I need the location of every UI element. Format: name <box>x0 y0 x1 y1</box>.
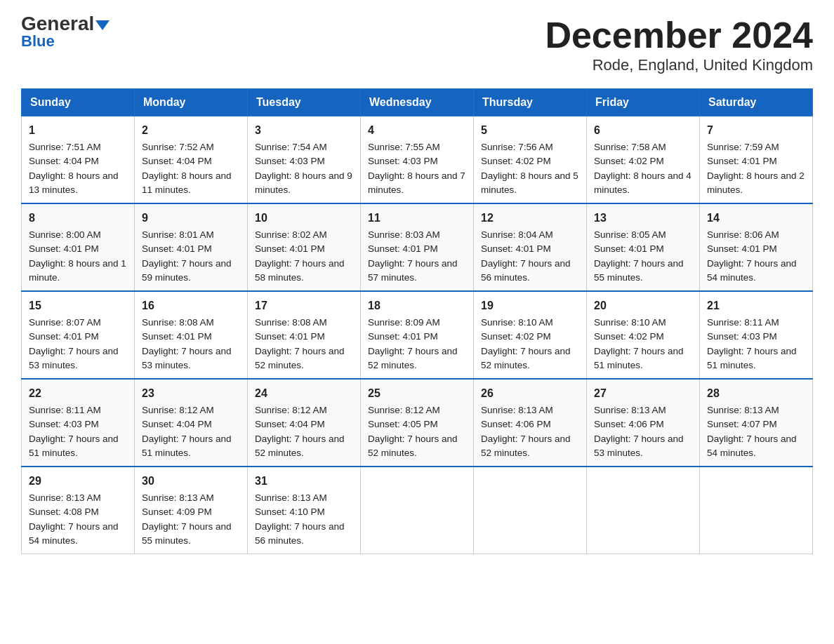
day-number: 9 <box>142 210 240 227</box>
daylight-text: Daylight: 7 hours and 54 minutes. <box>707 434 797 458</box>
calendar-cell: 6Sunrise: 7:58 AMSunset: 4:02 PMDaylight… <box>587 116 700 204</box>
calendar-cell: 9Sunrise: 8:01 AMSunset: 4:01 PMDaylight… <box>135 203 248 291</box>
calendar-cell <box>700 467 813 554</box>
sunrise-text: Sunrise: 7:51 AM <box>29 142 101 152</box>
calendar-cell: 17Sunrise: 8:08 AMSunset: 4:01 PMDayligh… <box>248 291 361 379</box>
sunset-text: Sunset: 4:01 PM <box>707 243 777 254</box>
day-number: 7 <box>707 122 805 139</box>
day-number: 21 <box>707 297 805 314</box>
day-number: 18 <box>368 297 466 314</box>
sunset-text: Sunset: 4:05 PM <box>368 419 438 429</box>
calendar-cell: 3Sunrise: 7:54 AMSunset: 4:03 PMDaylight… <box>248 116 361 204</box>
day-number: 29 <box>29 473 127 490</box>
sunset-text: Sunset: 4:09 PM <box>142 507 212 517</box>
day-number: 17 <box>255 297 353 314</box>
sunset-text: Sunset: 4:01 PM <box>29 243 99 254</box>
calendar-cell: 29Sunrise: 8:13 AMSunset: 4:08 PMDayligh… <box>22 467 135 554</box>
daylight-text: Daylight: 7 hours and 51 minutes. <box>707 346 797 370</box>
sunrise-text: Sunrise: 8:12 AM <box>255 405 327 415</box>
day-number: 15 <box>29 297 127 314</box>
week-row-3: 15Sunrise: 8:07 AMSunset: 4:01 PMDayligh… <box>22 291 813 379</box>
day-number: 19 <box>481 297 579 314</box>
calendar-cell: 19Sunrise: 8:10 AMSunset: 4:02 PMDayligh… <box>474 291 587 379</box>
daylight-text: Daylight: 7 hours and 52 minutes. <box>481 434 571 458</box>
sunset-text: Sunset: 4:01 PM <box>142 243 212 254</box>
calendar-cell: 25Sunrise: 8:12 AMSunset: 4:05 PMDayligh… <box>361 379 474 467</box>
calendar-cell: 1Sunrise: 7:51 AMSunset: 4:04 PMDaylight… <box>22 116 135 204</box>
calendar-cell: 30Sunrise: 8:13 AMSunset: 4:09 PMDayligh… <box>135 467 248 554</box>
sunrise-text: Sunrise: 8:06 AM <box>707 229 779 240</box>
daylight-text: Daylight: 7 hours and 56 minutes. <box>255 521 345 546</box>
calendar-cell: 22Sunrise: 8:11 AMSunset: 4:03 PMDayligh… <box>22 379 135 467</box>
col-header-sunday: Sunday <box>22 89 135 116</box>
sunrise-text: Sunrise: 8:01 AM <box>142 229 214 240</box>
sunrise-text: Sunrise: 8:11 AM <box>707 317 779 328</box>
sunrise-text: Sunrise: 7:52 AM <box>142 142 214 152</box>
col-header-monday: Monday <box>135 89 248 116</box>
calendar-cell: 8Sunrise: 8:00 AMSunset: 4:01 PMDaylight… <box>22 203 135 291</box>
daylight-text: Daylight: 7 hours and 51 minutes. <box>142 434 232 458</box>
daylight-text: Daylight: 7 hours and 57 minutes. <box>368 258 458 283</box>
day-number: 13 <box>594 210 692 227</box>
calendar-cell: 23Sunrise: 8:12 AMSunset: 4:04 PMDayligh… <box>135 379 248 467</box>
calendar-cell: 20Sunrise: 8:10 AMSunset: 4:02 PMDayligh… <box>587 291 700 379</box>
sunrise-text: Sunrise: 8:12 AM <box>368 405 440 415</box>
calendar-cell: 27Sunrise: 8:13 AMSunset: 4:06 PMDayligh… <box>587 379 700 467</box>
daylight-text: Daylight: 7 hours and 54 minutes. <box>707 258 797 283</box>
day-number: 28 <box>707 385 805 402</box>
sunset-text: Sunset: 4:04 PM <box>142 156 212 166</box>
sunrise-text: Sunrise: 8:02 AM <box>255 229 327 240</box>
daylight-text: Daylight: 8 hours and 11 minutes. <box>142 170 232 195</box>
daylight-text: Daylight: 8 hours and 4 minutes. <box>594 170 691 195</box>
calendar-cell: 18Sunrise: 8:09 AMSunset: 4:01 PMDayligh… <box>361 291 474 379</box>
day-number: 26 <box>481 385 579 402</box>
day-number: 30 <box>142 473 240 490</box>
day-number: 12 <box>481 210 579 227</box>
daylight-text: Daylight: 7 hours and 55 minutes. <box>142 521 232 546</box>
sunrise-text: Sunrise: 7:55 AM <box>368 142 440 152</box>
calendar-cell: 24Sunrise: 8:12 AMSunset: 4:04 PMDayligh… <box>248 379 361 467</box>
day-number: 22 <box>29 385 127 402</box>
col-header-thursday: Thursday <box>474 89 587 116</box>
col-header-saturday: Saturday <box>700 89 813 116</box>
day-number: 25 <box>368 385 466 402</box>
day-number: 8 <box>29 210 127 227</box>
sunrise-text: Sunrise: 8:13 AM <box>29 492 101 503</box>
sunrise-text: Sunrise: 8:13 AM <box>481 405 553 415</box>
daylight-text: Daylight: 8 hours and 7 minutes. <box>368 170 465 195</box>
day-number: 16 <box>142 297 240 314</box>
col-header-friday: Friday <box>587 89 700 116</box>
daylight-text: Daylight: 7 hours and 55 minutes. <box>594 258 684 283</box>
sunrise-text: Sunrise: 8:10 AM <box>481 317 553 328</box>
sunrise-text: Sunrise: 8:04 AM <box>481 229 553 240</box>
sunrise-text: Sunrise: 8:09 AM <box>368 317 440 328</box>
sunrise-text: Sunrise: 8:13 AM <box>142 492 214 503</box>
day-number: 24 <box>255 385 353 402</box>
calendar-cell: 26Sunrise: 8:13 AMSunset: 4:06 PMDayligh… <box>474 379 587 467</box>
sunrise-text: Sunrise: 8:11 AM <box>29 405 101 415</box>
calendar-table: SundayMondayTuesdayWednesdayThursdayFrid… <box>21 88 813 554</box>
day-number: 31 <box>255 473 353 490</box>
col-header-wednesday: Wednesday <box>361 89 474 116</box>
sunset-text: Sunset: 4:01 PM <box>368 243 438 254</box>
sunrise-text: Sunrise: 8:12 AM <box>142 405 214 415</box>
day-number: 27 <box>594 385 692 402</box>
daylight-text: Daylight: 8 hours and 5 minutes. <box>481 170 578 195</box>
calendar-cell <box>587 467 700 554</box>
day-number: 14 <box>707 210 805 227</box>
daylight-text: Daylight: 7 hours and 52 minutes. <box>481 346 571 370</box>
page-header: General Blue December 2024 Rode, England… <box>21 14 813 74</box>
sunset-text: Sunset: 4:02 PM <box>594 331 664 342</box>
calendar-body: 1Sunrise: 7:51 AMSunset: 4:04 PMDaylight… <box>22 116 813 554</box>
daylight-text: Daylight: 8 hours and 9 minutes. <box>255 170 352 195</box>
sunset-text: Sunset: 4:01 PM <box>707 156 777 166</box>
week-row-4: 22Sunrise: 8:11 AMSunset: 4:03 PMDayligh… <box>22 379 813 467</box>
logo-blue: Blue <box>21 32 55 51</box>
daylight-text: Daylight: 8 hours and 2 minutes. <box>707 170 805 195</box>
sunset-text: Sunset: 4:07 PM <box>707 419 777 429</box>
calendar-cell: 13Sunrise: 8:05 AMSunset: 4:01 PMDayligh… <box>587 203 700 291</box>
sunset-text: Sunset: 4:04 PM <box>255 419 325 429</box>
calendar-cell: 2Sunrise: 7:52 AMSunset: 4:04 PMDaylight… <box>135 116 248 204</box>
sunset-text: Sunset: 4:02 PM <box>594 156 664 166</box>
calendar-cell: 31Sunrise: 8:13 AMSunset: 4:10 PMDayligh… <box>248 467 361 554</box>
